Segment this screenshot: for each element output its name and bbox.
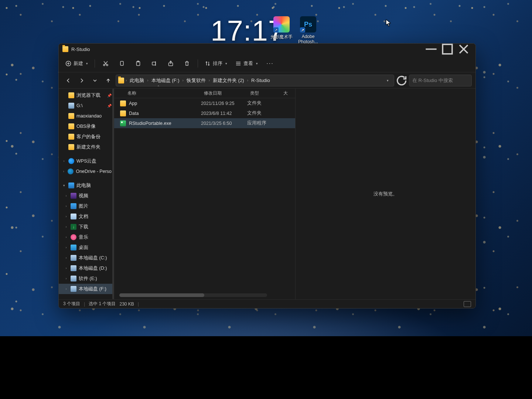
- recent-button[interactable]: [89, 75, 101, 86]
- up-button[interactable]: [102, 75, 114, 86]
- folder-icon: [62, 46, 68, 52]
- breadcrumb-segment[interactable]: 恢复软件: [185, 76, 207, 85]
- new-button-label: 新建: [74, 60, 83, 67]
- horizontal-scrollbar[interactable]: [119, 293, 267, 297]
- table-row[interactable]: RStudioPortable.exe2021/3/25 6:50应用程序: [114, 118, 295, 128]
- column-date[interactable]: 修改日期: [201, 90, 247, 96]
- sidebar-item[interactable]: ›本地磁盘 (D:): [59, 263, 114, 273]
- folder-icon: [68, 144, 74, 150]
- onedrive-icon: [68, 168, 74, 174]
- svg-rect-5: [120, 61, 123, 65]
- pin-icon: 📌: [107, 104, 112, 108]
- sidebar-item[interactable]: OBS录像: [59, 121, 114, 132]
- search-input[interactable]: 在 R-Studio 中搜索: [409, 75, 472, 86]
- sidebar-item[interactable]: ›桌面: [59, 242, 114, 253]
- sidebar-item[interactable]: ›本地磁盘 (C:): [59, 253, 114, 263]
- folder-icon: [68, 92, 74, 98]
- file-name: App: [129, 101, 201, 106]
- close-button[interactable]: [456, 44, 472, 55]
- status-bar: 3 个项目 | 选中 1 个项目 230 KB |: [59, 299, 475, 308]
- pin-icon: 📌: [107, 93, 112, 98]
- search-placeholder: 在 R-Studio 中搜索: [412, 77, 453, 84]
- sidebar-item[interactable]: ›WPS云盘: [59, 156, 114, 166]
- column-name[interactable]: 名称: [114, 90, 201, 96]
- pc-icon: [68, 183, 74, 188]
- new-button[interactable]: 新建▾: [62, 57, 91, 70]
- breadcrumb-segment[interactable]: R-Studio: [250, 77, 272, 84]
- navbar: ›此电脑 ›本地磁盘 (F:) ›恢复软件 ›新建文件夹 (2) ›R-Stud…: [59, 72, 475, 89]
- address-bar[interactable]: ›此电脑 ›本地磁盘 (F:) ›恢复软件 ›新建文件夹 (2) ›R-Stud…: [116, 75, 394, 86]
- sidebar-item[interactable]: G:\📌: [59, 100, 114, 111]
- folder-icon: [120, 100, 126, 106]
- folder-icon: [68, 113, 74, 119]
- svg-rect-1: [443, 44, 452, 54]
- sort-button-label: 排序: [213, 60, 222, 67]
- svg-point-3: [103, 64, 105, 66]
- view-button[interactable]: 查看▾: [232, 57, 261, 70]
- window-title: R-Studio: [71, 47, 90, 52]
- maximize-button[interactable]: [439, 44, 456, 55]
- drive-icon: [71, 255, 76, 261]
- sidebar-item[interactable]: ›OneDrive - Perso: [59, 166, 114, 177]
- sidebar-item[interactable]: maoxiandao: [59, 111, 114, 121]
- doc-icon: [71, 214, 76, 219]
- file-name: Data: [129, 111, 201, 116]
- desk-icon: [71, 245, 76, 250]
- preview-pane: 没有预览。: [296, 89, 475, 299]
- sidebar-item[interactable]: 客户的备份: [59, 132, 114, 142]
- breadcrumb-segment[interactable]: 新建文件夹 (2): [211, 76, 246, 85]
- back-button[interactable]: [62, 75, 74, 86]
- minimize-button[interactable]: [423, 44, 439, 55]
- view-mode-button[interactable]: [464, 301, 471, 307]
- desktop-shortcut-photoshop[interactable]: Ps↗ Adobe Photosh...: [295, 16, 321, 44]
- column-size[interactable]: 大: [280, 90, 295, 96]
- breadcrumb-segment[interactable]: 此电脑: [128, 76, 146, 85]
- sidebar-item[interactable]: ›↓下载: [59, 222, 114, 232]
- titlebar[interactable]: R-Studio: [59, 44, 475, 55]
- music-icon: [71, 234, 76, 240]
- scrollbar-thumb[interactable]: [119, 293, 204, 297]
- sidebar-item[interactable]: ›视频: [59, 191, 114, 201]
- desktop-shortcut-guangying[interactable]: ↗ 光影魔术手: [268, 16, 295, 40]
- preview-text: 没有预览。: [374, 191, 398, 197]
- sidebar-scrollbar[interactable]: [112, 89, 114, 299]
- file-type: 文件夹: [247, 100, 280, 106]
- sidebar-item[interactable]: 浏览器下载📌: [59, 90, 114, 100]
- file-name: RStudioPortable.exe: [129, 121, 201, 126]
- sort-button[interactable]: 排序▾: [202, 57, 230, 70]
- forward-button[interactable]: [76, 75, 88, 86]
- sidebar-item[interactable]: ›本地磁盘 (F:): [59, 284, 114, 294]
- status-size: 230 KB: [119, 301, 134, 307]
- share-button[interactable]: [164, 57, 178, 70]
- view-button-label: 查看: [243, 60, 253, 67]
- sidebar[interactable]: 浏览器下载📌G:\📌maoxiandaoOBS录像客户的备份新建文件夹 ›WPS…: [59, 89, 114, 299]
- table-row[interactable]: App2021/11/26 9:25文件夹: [114, 98, 295, 108]
- sidebar-item[interactable]: ›音乐: [59, 232, 114, 242]
- exe-icon: [120, 120, 126, 126]
- breadcrumb-segment[interactable]: 本地磁盘 (F:): [150, 76, 181, 85]
- status-item-count: 3 个项目: [63, 301, 80, 307]
- sidebar-item[interactable]: ›文档: [59, 211, 114, 222]
- cut-button[interactable]: [99, 57, 113, 70]
- sidebar-item[interactable]: 新建文件夹: [59, 142, 114, 152]
- file-explorer-window: R-Studio 新建▾ 排序▾ 查看▾ ···: [58, 43, 476, 308]
- table-row[interactable]: Data2023/6/8 11:42文件夹: [114, 108, 295, 118]
- address-dropdown-icon[interactable]: ▾: [383, 79, 392, 82]
- status-selected: 选中 1 个项目: [89, 301, 116, 307]
- drive-icon: [71, 265, 76, 271]
- download-icon: ↓: [71, 224, 76, 230]
- column-filter-icon[interactable]: ⌃: [157, 85, 160, 89]
- sidebar-item-this-pc[interactable]: ▾此电脑: [59, 180, 114, 191]
- sidebar-item[interactable]: ›图片: [59, 201, 114, 211]
- sidebar-item[interactable]: ›软件 (E:): [59, 273, 114, 284]
- paste-button[interactable]: [131, 57, 145, 70]
- video-icon: [71, 193, 76, 199]
- refresh-button[interactable]: [396, 75, 407, 86]
- more-button[interactable]: ···: [263, 57, 277, 70]
- drive-icon: [71, 276, 76, 282]
- column-type[interactable]: 类型: [247, 90, 280, 96]
- rename-button[interactable]: [147, 57, 161, 70]
- delete-button[interactable]: [180, 57, 194, 70]
- desktop-shortcut-label: 光影魔术手: [270, 34, 293, 40]
- copy-button[interactable]: [115, 57, 129, 70]
